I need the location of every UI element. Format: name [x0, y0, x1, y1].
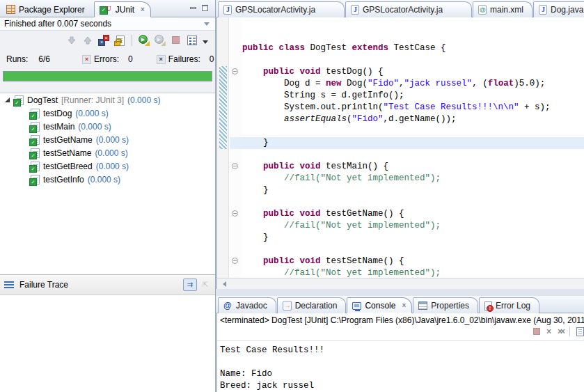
console-panel: Javadoc Declaration Console × Properties… — [216, 296, 584, 392]
test-name: testGetInfo — [43, 175, 84, 185]
compare-result-button[interactable] — [183, 279, 197, 291]
console-line: Test Case Results!!! — [220, 345, 584, 356]
maximize-icon[interactable] — [202, 5, 208, 11]
tab-properties[interactable]: Properties — [413, 297, 478, 313]
junit-toolbar — [0, 31, 215, 49]
test-run-history-icon[interactable] — [187, 35, 198, 46]
test-time: (0.000 s) — [78, 122, 111, 132]
tab-package-explorer[interactable]: Package Explorer — [1, 1, 93, 17]
tab-console[interactable]: Console × — [347, 297, 412, 313]
next-failed-test-icon[interactable] — [66, 35, 77, 46]
test-ok-icon — [31, 135, 40, 145]
tab-label: Console — [365, 301, 395, 311]
fold-collapse-icon[interactable] — [232, 68, 238, 75]
scroll-lock-icon[interactable] — [114, 35, 125, 46]
horizontal-scrollbar[interactable] — [216, 278, 584, 289]
bottom-tabbar: Javadoc Declaration Console × Properties… — [216, 296, 584, 313]
tree-row-test[interactable]: testMain (0.000 s) — [0, 120, 215, 133]
editor-tab-dog-java[interactable]: Dog.java — [533, 1, 584, 17]
console-line: Name: Fido — [220, 368, 584, 380]
fold-collapse-icon[interactable] — [232, 210, 238, 217]
console-view: <terminated> DogTest [JUnit] C:\Program … — [216, 313, 584, 392]
editor-tab-gpslocatoractivity-2[interactable]: GPSLocatorActivity.ja — [345, 1, 472, 17]
open-console-icon[interactable] — [576, 327, 584, 336]
show-trace-button[interactable] — [200, 280, 211, 290]
test-ok-icon — [31, 148, 40, 158]
terminate-icon[interactable] — [533, 328, 540, 335]
tree-row-suite[interactable]: DogTest [Runner: JUnit 3] (0.000 s) — [0, 93, 215, 107]
editor-tabbar: GPSLocatorActivity.ja GPSLocatorActivity… — [216, 0, 584, 17]
remove-launch-icon[interactable] — [546, 327, 551, 336]
previous-failed-test-icon[interactable] — [82, 35, 93, 46]
expand-arrow-icon[interactable] — [5, 97, 10, 102]
tab-label: Dog.java — [551, 5, 583, 15]
tab-declaration[interactable]: Declaration — [277, 297, 347, 313]
tree-row-test[interactable]: testGetBreed (0.000 s) — [0, 159, 215, 173]
test-time: (0.000 s) — [88, 175, 120, 185]
rerun-failures-first-icon[interactable] — [155, 35, 166, 46]
toolbar-separator — [132, 35, 132, 46]
tab-label: GPSLocatorActivity.ja — [363, 5, 443, 15]
tab-label: main.xml — [490, 5, 523, 15]
console-output[interactable]: Test Case Results!!! Name: Fido Breed: j… — [217, 340, 584, 392]
tree-row-test[interactable]: testDog (0.000 s) — [0, 107, 215, 120]
rerun-test-icon[interactable] — [139, 35, 150, 46]
fold-collapse-icon[interactable] — [232, 163, 238, 169]
stop-test-icon[interactable] — [171, 35, 182, 46]
remove-all-terminated-icon[interactable] — [558, 327, 563, 336]
status-text: Finished after 0.007 seconds — [4, 19, 111, 29]
code-line: assertEquals("Fido",d.getName()); — [242, 113, 584, 125]
tab-label: Javadoc — [236, 301, 267, 311]
chevron-down-icon[interactable] — [204, 22, 210, 26]
show-failures-only-icon[interactable] — [98, 35, 109, 46]
test-suite-icon — [15, 95, 24, 105]
tree-row-test[interactable]: testGetInfo (0.000 s) — [0, 173, 215, 186]
close-icon[interactable]: × — [402, 301, 406, 309]
xml-file-icon — [478, 5, 487, 15]
view-menu-icon[interactable] — [203, 40, 208, 44]
code-line: } — [242, 185, 584, 196]
console-toolbar — [533, 327, 584, 336]
test-progress-bar — [3, 71, 212, 81]
test-name: testGetBreed — [43, 162, 93, 171]
failures-icon — [157, 55, 166, 64]
test-ok-icon — [31, 162, 40, 171]
console-line — [220, 356, 584, 368]
code-line: public class DogTest extends TestCase { — [242, 42, 584, 54]
tab-junit[interactable]: JUnit × — [94, 1, 151, 17]
code-line: } — [242, 232, 584, 244]
java-file-icon — [539, 5, 547, 15]
junit-icon — [100, 5, 112, 15]
tab-label: Error Log — [496, 301, 530, 311]
suite-time: (0.000 s) — [127, 95, 160, 105]
console-icon — [352, 302, 361, 310]
eclipse-window: Package Explorer JUnit × Finished after … — [0, 0, 584, 392]
tab-javadoc[interactable]: Javadoc — [218, 297, 276, 313]
editor-tab-main-xml[interactable]: main.xml — [473, 1, 532, 17]
test-name: testMain — [43, 122, 74, 132]
failures-value: 0 — [210, 54, 214, 64]
code-line — [242, 19, 584, 31]
minimize-icon[interactable] — [190, 7, 196, 9]
failure-trace-body — [0, 295, 215, 392]
javadoc-icon — [223, 301, 232, 311]
annotation-ruler — [217, 17, 229, 278]
errors-icon — [82, 55, 91, 64]
code-line: public void testDog() { — [242, 66, 584, 78]
code-editor[interactable]: public class DogTest extends TestCase { … — [216, 17, 584, 278]
tab-label: GPSLocatorActivity.ja — [235, 5, 315, 15]
test-result-tree[interactable]: DogTest [Runner: JUnit 3] (0.000 s) test… — [0, 93, 215, 274]
code-line: } — [230, 137, 584, 149]
close-icon[interactable]: × — [141, 6, 145, 13]
tab-error-log[interactable]: Error Log — [479, 297, 539, 313]
tree-row-test[interactable]: testGetName (0.000 s) — [0, 133, 215, 146]
failure-trace-header: Failure Trace — [0, 274, 215, 295]
junit-counters: Runs: 6/6 Errors: 0 Failures: 0 — [0, 49, 215, 69]
java-file-icon — [223, 5, 232, 15]
junit-status-bar: Finished after 0.007 seconds — [0, 17, 215, 31]
suite-name: DogTest — [27, 95, 58, 105]
editor-tab-gpslocatoractivity-1[interactable]: GPSLocatorActivity.ja — [218, 1, 345, 17]
fold-collapse-icon[interactable] — [232, 258, 238, 264]
scroll-left-arrow-icon[interactable] — [223, 281, 226, 287]
tree-row-test[interactable]: testSetName (0.000 s) — [0, 146, 215, 159]
